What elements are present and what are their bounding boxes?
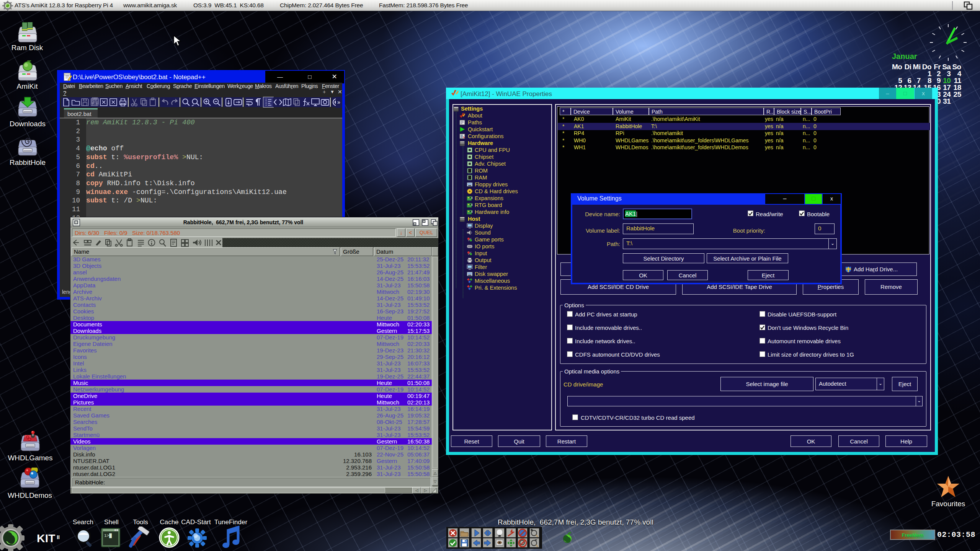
svg-text:1>█: 1>█ [104,533,112,538]
